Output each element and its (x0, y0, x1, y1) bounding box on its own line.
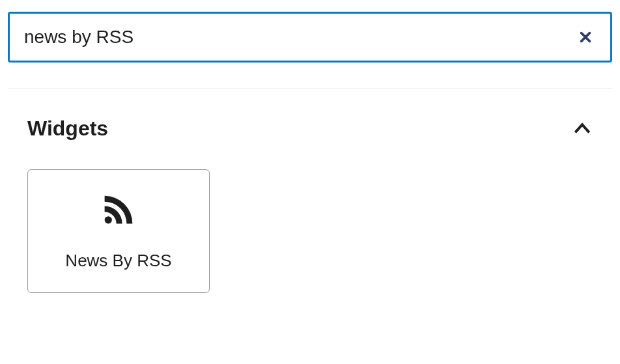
section-header-widgets[interactable]: Widgets (8, 89, 612, 161)
section-title: Widgets (27, 117, 108, 141)
widget-label: News By RSS (65, 251, 171, 271)
clear-search-button[interactable] (573, 25, 598, 49)
rss-icon (101, 192, 136, 227)
chevron-up-icon (572, 119, 593, 139)
close-icon (578, 30, 593, 44)
svg-point-2 (105, 216, 112, 223)
widgets-grid: News By RSS (8, 161, 612, 301)
widget-card-news-by-rss[interactable]: News By RSS (27, 169, 210, 293)
search-container (8, 12, 612, 63)
search-input[interactable] (8, 12, 612, 63)
